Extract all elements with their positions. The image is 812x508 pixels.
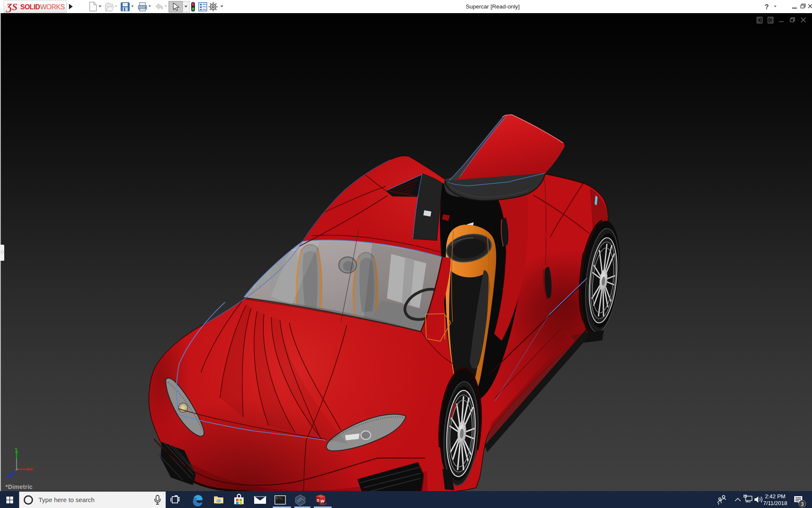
- svg-text:7/11/2018: 7/11/2018: [763, 500, 787, 506]
- svg-text:2017: 2017: [319, 502, 326, 506]
- svg-text:SOLID: SOLID: [20, 3, 40, 11]
- svg-text:S: S: [317, 498, 319, 502]
- svg-text:?: ?: [765, 3, 769, 11]
- svg-text:Y: Y: [15, 447, 17, 451]
- svg-text:C:\_: C:\_: [276, 497, 283, 500]
- svg-text:3: 3: [801, 501, 804, 507]
- svg-text:2:42 PM: 2:42 PM: [765, 493, 785, 500]
- svg-text:WORKS: WORKS: [40, 3, 65, 11]
- svg-text:ƷS: ƷS: [6, 2, 17, 12]
